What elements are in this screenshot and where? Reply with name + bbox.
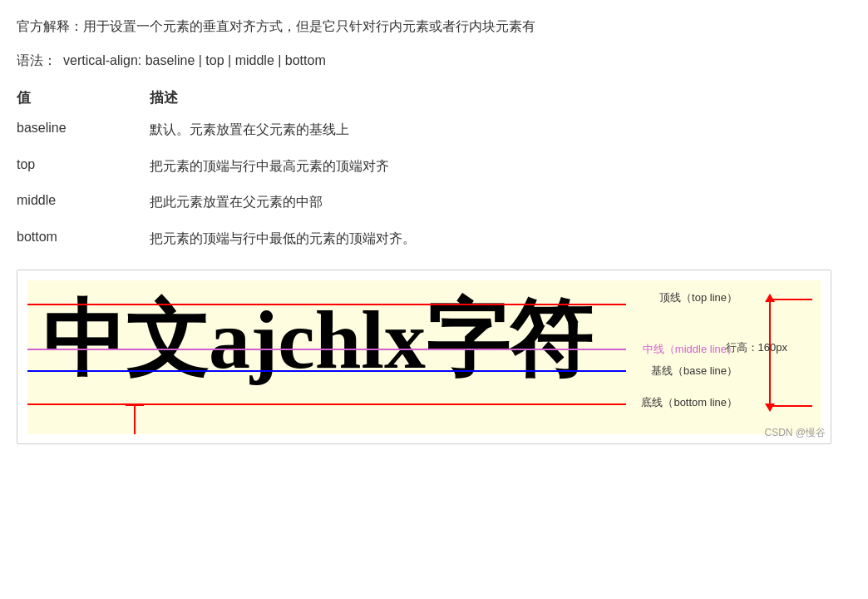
- value-bottom: bottom: [17, 228, 150, 245]
- page-wrapper: 官方解释：用于设置一个元素的垂直对齐方式，但是它只针对行内元素或者行内块元素有 …: [0, 0, 868, 453]
- desc-baseline: 默认。元素放置在父元素的基线上: [150, 119, 851, 141]
- syntax-label: 语法：: [17, 52, 57, 70]
- vert-bottom-left: [134, 404, 136, 434]
- intro-text: 官方解释：用于设置一个元素的垂直对齐方式，但是它只针对行内元素或者行内块元素有: [17, 15, 851, 37]
- label-top-line: 顶线（top line）: [659, 290, 737, 305]
- label-base-line: 基线（base line）: [651, 364, 737, 379]
- tick-top-right: [771, 299, 812, 300]
- label-height: 行高：160px: [726, 340, 787, 355]
- diagram-big-text: 中文ajchlx字符: [42, 299, 592, 382]
- desc-top: 把元素的顶端与行中最高元素的顶端对齐: [150, 156, 851, 177]
- header-col-value: 值: [17, 88, 150, 107]
- tick-vert-left-top: [126, 404, 144, 406]
- base-line: [27, 370, 626, 372]
- header-col-desc: 描述: [150, 88, 851, 107]
- label-bottom-line: 底线（bottom line）: [641, 395, 737, 410]
- table-row: top 把元素的顶端与行中最高元素的顶端对齐: [17, 156, 851, 177]
- bottom-line: [27, 403, 626, 405]
- watermark: CSDN @慢谷: [764, 426, 826, 440]
- table-row: baseline 默认。元素放置在父元素的基线上: [17, 119, 851, 141]
- tick-bottom-right: [771, 405, 812, 407]
- syntax-value: vertical-align: baseline | top | middle …: [63, 53, 326, 68]
- value-table: 值 描述 baseline 默认。元素放置在父元素的基线上 top 把元素的顶端…: [17, 88, 851, 249]
- desc-bottom: 把元素的顶端与行中最低的元素的顶端对齐。: [150, 228, 851, 250]
- table-row: middle 把此元素放置在父元素的中部: [17, 191, 851, 213]
- table-row: bottom 把元素的顶端与行中最低的元素的顶端对齐。: [17, 228, 851, 250]
- label-middle-line: 中线（middle line）: [643, 342, 737, 357]
- diagram-container: 中文ajchlx字符 顶线（top line） 中线（middle line） …: [17, 270, 831, 444]
- top-line: [27, 304, 626, 305]
- middle-line: [27, 349, 626, 350]
- syntax-row: 语法： vertical-align: baseline | top | mid…: [17, 52, 851, 70]
- value-top: top: [17, 156, 150, 172]
- value-baseline: baseline: [17, 119, 150, 136]
- value-middle: middle: [17, 191, 150, 208]
- table-header-row: 值 描述: [17, 88, 851, 111]
- desc-middle: 把此元素放置在父元素的中部: [150, 191, 851, 213]
- intro-content: 官方解释：用于设置一个元素的垂直对齐方式，但是它只针对行内元素或者行内块元素有: [17, 19, 535, 33]
- diagram-inner: 中文ajchlx字符 顶线（top line） 中线（middle line） …: [27, 280, 821, 434]
